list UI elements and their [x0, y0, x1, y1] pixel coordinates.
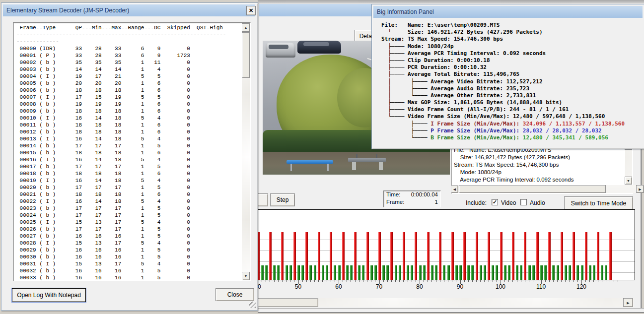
x-tick	[290, 280, 290, 282]
x-tick	[270, 280, 270, 282]
frame-value: 1	[435, 199, 438, 205]
x-tick	[456, 280, 456, 282]
x-tick	[436, 280, 436, 282]
big-information-panel-content: File: Name: E:\user\temp\00209.MTS └────…	[381, 22, 641, 141]
x-tick	[399, 280, 400, 282]
table-row: 00000 (IDR) 33 28 33 6 9 0	[16, 45, 226, 52]
table-row: 00001 ( P ) 33 28 33 6 9 1723	[16, 52, 226, 59]
x-tick	[497, 280, 497, 282]
i-frame-bar	[463, 232, 466, 280]
i-frame-bar	[390, 232, 393, 280]
info-tree-line: └──── Video Frame Size (Min/Ave/Max): 12…	[381, 113, 641, 120]
info-scroll-down-button[interactable]: ▼	[625, 177, 632, 185]
i-frame-bar	[427, 232, 429, 280]
x-tick	[602, 280, 602, 282]
decoder-scroll-down-button[interactable]: ▼	[242, 272, 250, 280]
time-label: Time:	[386, 191, 400, 197]
b-frame-bar	[411, 265, 413, 280]
b-frame-bar	[277, 265, 280, 280]
b-frame-bar	[552, 265, 555, 280]
b-frame-bar	[431, 265, 433, 280]
table-row: 00010 ( I ) 16 14 18 5 4 0	[16, 115, 226, 122]
i-frame-bar	[476, 232, 478, 280]
x-tick	[440, 280, 440, 282]
b-frame-bar	[589, 265, 591, 280]
x-tick	[570, 280, 570, 282]
i-frame-bar	[366, 232, 369, 280]
decoder-dialog-titlebar[interactable]: Elementary Stream Decoder (JM-SP Decoder…	[3, 4, 255, 16]
b-frame-bar	[480, 265, 482, 280]
table-row: 00017 ( b ) 17 17 17 1 5 0	[16, 163, 226, 170]
video-checkbox[interactable]: ✓	[492, 199, 498, 205]
x-tick	[593, 280, 594, 282]
x-tick	[428, 280, 428, 282]
x-tick	[391, 280, 392, 282]
b-frame-bar	[419, 265, 422, 280]
i-frame-bar	[597, 232, 599, 280]
b-frame-bar	[484, 265, 486, 280]
car-dark-sedan-window	[303, 42, 329, 46]
car-silver-van-window	[269, 45, 288, 49]
x-tick	[545, 280, 546, 282]
x-tick	[585, 280, 586, 282]
x-tick	[266, 280, 266, 282]
b-frame-bar	[593, 265, 595, 280]
x-tick	[431, 280, 432, 282]
b-frame-bar	[314, 265, 316, 280]
table-row: 00019 ( I ) 16 14 18 5 4 0	[16, 177, 226, 184]
switch-to-time-mode-button[interactable]: Switch to Time Mode	[564, 196, 633, 210]
b-frame-bar	[565, 265, 567, 280]
table-row: 00004 ( I ) 19 17 21 5 5 0	[16, 73, 226, 80]
big-information-panel-titlebar[interactable]: Big Information Panel	[373, 6, 643, 18]
x-tick	[529, 280, 529, 282]
x-tick	[525, 280, 525, 282]
step-button[interactable]: Step	[270, 193, 295, 206]
x-tick	[375, 280, 375, 282]
b-frame-bar	[395, 265, 397, 280]
arrow-left-icon: ◀	[453, 188, 456, 191]
x-tick	[537, 280, 537, 282]
decoder-vscrollbar-thumb[interactable]	[242, 32, 250, 78]
gridline	[258, 240, 635, 240]
open-log-with-notepad-button[interactable]: Open Log With Notepad	[12, 288, 86, 302]
x-tick	[468, 280, 469, 282]
audio-checkbox[interactable]	[520, 199, 527, 205]
resize-grip[interactable]	[249, 302, 256, 308]
info-tree-line: File: Name: E:\user\temp\00209.MTS	[381, 22, 641, 29]
decoder-scroll-up-button[interactable]: ▲	[242, 23, 250, 32]
chart-hscrollbar-thumb[interactable]	[258, 298, 318, 307]
decoder-log-list[interactable]: Frame--Type QP---Min---Max--Range---DC S…	[13, 22, 251, 281]
x-tick	[383, 280, 384, 282]
b-frame-bar	[605, 265, 607, 280]
info-scroll-right-button[interactable]: ▶	[636, 185, 644, 193]
b-frame-bar	[334, 265, 336, 280]
x-tick	[557, 280, 558, 282]
b-frame-bar	[467, 265, 470, 280]
video-checkbox-label[interactable]: Video	[501, 199, 516, 206]
b-frame-bar	[557, 265, 559, 280]
audio-checkbox-label[interactable]: Audio	[530, 199, 545, 206]
x-tick	[387, 280, 388, 282]
i-frame-bar	[342, 232, 345, 280]
info-tree-line: │ ├──── Average Audio Bitrate: 235,723	[381, 85, 641, 92]
info-tree-line: └──── Size: 146,921,472 Bytes (427,296 P…	[381, 29, 641, 36]
info-hscrollbar-thumb[interactable]	[459, 185, 606, 193]
info-tree-line: Stream: TS Max Speed: 154,746,300 bps	[381, 36, 641, 43]
x-tick	[517, 280, 517, 282]
table-row: 00023 ( b ) 17 17 17 1 5 0	[16, 205, 226, 212]
decoder-close-icon-button[interactable]: ✕	[246, 6, 256, 15]
table-row: 00006 ( b ) 18 18 18 1 6 0	[16, 87, 226, 94]
chart-scroll-right-button[interactable]: ▶	[623, 298, 633, 307]
info-tree-line: ├──── Average Total Bitrate: 115,496,765	[381, 71, 641, 78]
table-row: 00018 ( b ) 18 18 18 1 6 0	[16, 170, 226, 177]
include-label: Include:	[466, 199, 487, 206]
x-tick	[610, 280, 610, 282]
b-frame-bar	[492, 265, 494, 280]
info-scroll-left-button[interactable]: ◀	[451, 185, 458, 193]
arrow-down-icon: ▼	[627, 179, 630, 183]
x-tick-label: 80	[416, 283, 423, 290]
x-tick	[347, 280, 347, 282]
main-window-bottom-frame	[258, 308, 644, 314]
close-button[interactable]: Close	[215, 288, 254, 301]
i-frame-bar	[354, 232, 357, 280]
